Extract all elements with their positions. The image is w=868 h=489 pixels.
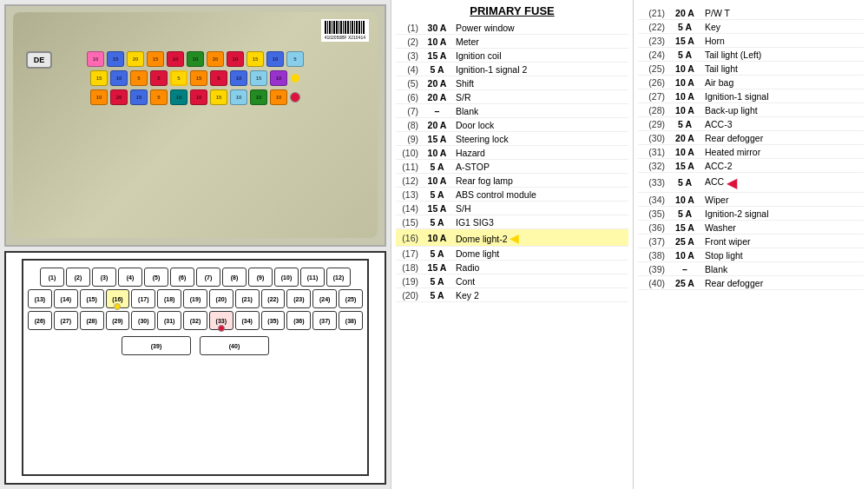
- sec-fuse-amp-7: 10 A: [668, 89, 701, 103]
- fuse-num-6: (6): [396, 90, 422, 104]
- sec-fuse-num-13: (33): [638, 173, 668, 193]
- sec-fuse-name-15: Ignition-2 signal: [701, 207, 864, 221]
- sec-fuse-num-14: (34): [638, 193, 668, 207]
- diag-fuse-33: (33): [209, 311, 233, 330]
- fuse-photo-r3-6: 10: [190, 89, 207, 105]
- sec-fuse-amp-15: 5 A: [668, 207, 701, 221]
- fuse-num-4: (4): [396, 63, 422, 76]
- fuse-num-9: (9): [396, 132, 422, 146]
- diag-fuse-4: (4): [118, 268, 142, 287]
- fuse-photo-r3-3: 15: [130, 89, 148, 105]
- diag-fuse-32: (32): [183, 311, 207, 330]
- fuse-name-14: S/H: [452, 202, 628, 215]
- sec-fuse-num-10: (30): [638, 131, 668, 145]
- fuse-photo-7: 20: [207, 51, 224, 67]
- diag-fuse-2: (2): [66, 268, 90, 287]
- fuse-amp-9: 15 A: [422, 132, 452, 146]
- red-dot-photo: [290, 92, 300, 102]
- fuse-name-5: Shift: [452, 76, 628, 90]
- diag-fuse-24: (24): [312, 289, 337, 308]
- fuse-photo-6: 10: [187, 51, 204, 67]
- fuse-photo-r2-1: 15: [90, 70, 108, 86]
- diag-fuse-21: (21): [235, 289, 260, 308]
- sec-fuse-num-7: (27): [638, 89, 668, 103]
- sec-fuse-num-1: (21): [638, 6, 668, 20]
- sec-fuse-name-19: Blank: [701, 262, 864, 276]
- fuse-photo-r3-10: 10: [270, 89, 287, 105]
- fuse-num-7: (7): [396, 104, 422, 118]
- diag-fuse-36: (36): [286, 311, 311, 330]
- fuse-num-17: (17): [396, 247, 422, 261]
- diag-fuse-8: (8): [222, 268, 247, 287]
- diag-fuse-18: (18): [157, 289, 181, 308]
- sec-fuse-amp-11: 10 A: [668, 145, 701, 159]
- fuse-photo-r2-9: 15: [250, 70, 267, 86]
- fuse-amp-13: 5 A: [422, 188, 452, 202]
- fuse-amp-11: 5 A: [422, 160, 452, 174]
- fuse-amp-15: 5 A: [422, 215, 452, 229]
- fuse-diagram: (1) (2) (3) (4) (5) (6) (7) (8) (9) (10)…: [4, 251, 386, 485]
- sec-fuse-name-1: P/W T: [701, 6, 864, 20]
- fuse-amp-2: 10 A: [422, 35, 452, 49]
- fuse-name-7: Blank: [452, 104, 628, 118]
- fuse-num-18: (18): [396, 261, 422, 274]
- fuse-amp-18: 15 A: [422, 261, 452, 274]
- diag-fuse-23: (23): [286, 289, 311, 308]
- sec-fuse-amp-20: 25 A: [668, 276, 701, 290]
- fuse-photo-r2-8: 10: [230, 70, 247, 86]
- fuse-name-6: S/R: [452, 90, 628, 104]
- fuse-photo-1: 10: [87, 51, 104, 67]
- fuse-num-10: (10): [396, 146, 422, 160]
- sec-fuse-amp-1: 20 A: [668, 6, 701, 20]
- sec-fuse-num-2: (22): [638, 20, 668, 34]
- fuse-photo-4: 15: [147, 51, 164, 67]
- diag-fuse-16: (16): [106, 289, 130, 308]
- sec-fuse-name-5: Tail light: [701, 62, 864, 76]
- fuse-name-8: Door lock: [452, 118, 628, 132]
- sec-fuse-name-11: Heated mirror: [701, 145, 864, 159]
- fuse-amp-6: 20 A: [422, 90, 452, 104]
- fuse-photo-r2-5: 5: [170, 70, 187, 86]
- sec-fuse-amp-14: 10 A: [668, 193, 701, 207]
- fuse-photo-r3-4: 5: [150, 89, 168, 105]
- barcode-text: 4102050BF X210414: [325, 35, 365, 40]
- primary-fuse-title: PRIMARY FUSE: [396, 4, 628, 17]
- fuse-photo-r2-3: 5: [130, 70, 148, 86]
- fuse-photo-r2-4: 5: [150, 70, 168, 86]
- sec-fuse-name-8: Back-up light: [701, 103, 864, 117]
- primary-fuse-table: (1)30 APower window(2)10 AMeter(3)15 AIg…: [396, 21, 628, 302]
- fuse-name-3: Ignition coil: [452, 49, 628, 63]
- fuse-amp-20: 5 A: [422, 288, 452, 302]
- diag-fuse-25: (25): [339, 289, 363, 308]
- fuse-name-19: Cont: [452, 274, 628, 288]
- fuse-name-18: Radio: [452, 261, 628, 274]
- yellow-arrow-icon: ◀: [510, 231, 519, 245]
- sec-fuse-name-20: Rear defogger: [701, 276, 864, 290]
- yellow-dot-photo: [290, 73, 300, 83]
- sec-fuse-num-20: (40): [638, 276, 668, 290]
- diag-fuse-15: (15): [80, 289, 104, 308]
- diag-fuse-26: (26): [28, 311, 52, 330]
- fuse-photo-3: 20: [127, 51, 144, 67]
- sec-fuse-num-15: (35): [638, 207, 668, 221]
- fuse-num-20: (20): [396, 288, 422, 302]
- sec-fuse-num-8: (28): [638, 103, 668, 117]
- diag-fuse-35: (35): [261, 311, 286, 330]
- fuse-amp-4: 5 A: [422, 63, 452, 76]
- diag-fuse-11: (11): [300, 268, 325, 287]
- fuse-num-3: (3): [396, 49, 422, 63]
- fuse-photo-r3-9: 10: [250, 89, 267, 105]
- fuse-num-16: (16): [396, 229, 422, 247]
- sec-fuse-name-2: Key: [701, 20, 864, 34]
- diag-fuse-19: (19): [183, 289, 207, 308]
- fuse-name-10: Hazard: [452, 146, 628, 160]
- sec-fuse-name-7: Ignition-1 signal: [701, 89, 864, 103]
- sec-fuse-name-13: ACC ◀: [701, 173, 864, 193]
- yellow-dot-diag: [114, 303, 121, 310]
- fuse-num-8: (8): [396, 118, 422, 132]
- fuse-photo-r2-10: 10: [270, 70, 287, 86]
- diag-fuse-29: (29): [106, 311, 130, 330]
- fuse-num-14: (14): [396, 202, 422, 215]
- sec-fuse-num-12: (32): [638, 159, 668, 173]
- sec-fuse-amp-13: 5 A: [668, 173, 701, 193]
